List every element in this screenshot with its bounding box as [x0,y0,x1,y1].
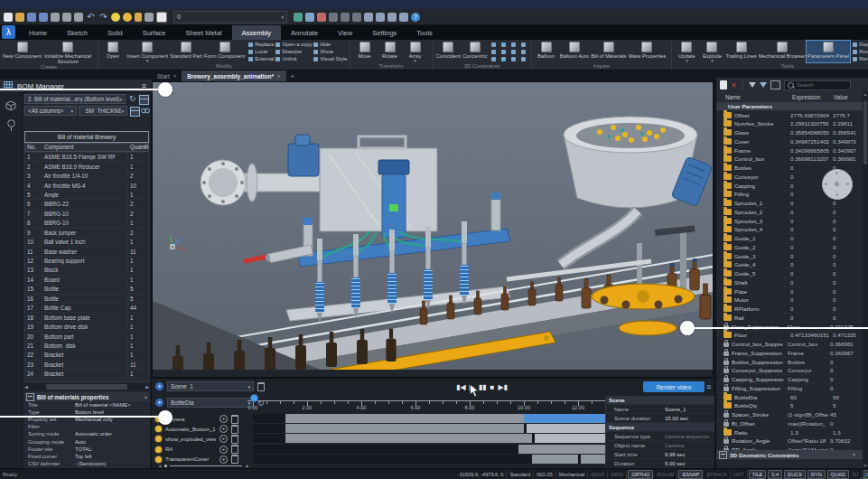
parameter-row[interactable]: Control_box 0.36698113207 0.366981 [716,155,863,164]
prev-frame-button[interactable]: ▮◀ [456,383,466,391]
table-row[interactable]: 1 ASME B16.5 Flange SW RF 1 [25,153,148,162]
scene-property-row[interactable]: Scene [606,396,714,405]
parameter-row[interactable]: Frame 0.34096665805 0.340967 [716,146,863,155]
table-row[interactable]: 3 Air throttle 1/4-10 2 [25,172,148,181]
parameter-row[interactable]: Bottles_Suppression Bottles 0 [716,358,863,367]
parameter-row[interactable]: Guide_2 0 0 [716,243,863,252]
close-icon[interactable]: × [173,73,177,79]
timeline-playhead[interactable] [250,394,258,402]
table-row[interactable]: 15 Bottle 5 [25,285,148,294]
timeline-segment[interactable] [524,414,605,423]
parameter-row[interactable]: Capping_Suppressio Capping 0 [716,375,863,384]
parameter-row[interactable]: Guide_5 0 0 [716,269,863,278]
qat-icon[interactable] [156,12,167,23]
parameter-row[interactable]: Conveyor_Suppress Conveyor 0 [716,367,863,376]
ribbon-tab[interactable]: Solid [98,25,133,40]
add-column-icon[interactable] [130,107,140,117]
ribbon-button[interactable]: Coincident [435,41,462,59]
status-toggle[interactable]: 1:4 [768,470,782,479]
parameter-row[interactable]: Motor 0 0 [716,296,863,305]
visibility-sun-icon[interactable] [155,456,162,463]
navigation-sphere[interactable] [822,169,853,200]
delete-track-icon[interactable] [231,445,238,454]
qat-icon[interactable] [123,13,132,22]
property-row[interactable]: Grouping mode Auto [24,438,149,446]
status-toggle[interactable]: LWT [731,471,747,478]
parameter-row[interactable]: RPlatform 0 0 [716,305,863,314]
stop-button[interactable]: ■ [490,383,495,391]
table-settings-icon[interactable] [139,95,149,105]
vertical-scrollbar[interactable]: ▲ ▼ [863,92,868,468]
ribbon-button[interactable]: Rotate [378,41,403,62]
qat-icon[interactable]: ↷ [98,13,108,22]
ribbon-button[interactable]: Trailing Lines [724,41,757,62]
status-toggle[interactable]: Standard [507,471,534,478]
status-toggle[interactable]: ISO-25 [534,471,556,478]
bom-config-dropdown[interactable]: 2. Bill of material...ery (Bottom level)… [24,94,126,104]
ribbon-small-button[interactable]: Recover [853,48,868,55]
table-row[interactable]: 5 Angle 1 [25,191,148,200]
ribbon-button[interactable]: Form Component [203,41,246,62]
ribbon-button[interactable]: Initialize Mechanical Structure [42,41,93,64]
table-row[interactable]: 21 Bottom_disk 1 [25,342,148,351]
ribbon-small-button[interactable]: Remove structure [853,55,868,62]
delete-parameter-icon[interactable]: ✕ [731,81,737,89]
ribbon-small-button[interactable]: Replace [248,41,274,48]
parameter-row[interactable]: Control_box_Suppre Control_box 0.366981 [716,340,863,349]
ribbon-small-button[interactable]: Show [313,48,347,55]
bom-properties-header[interactable]: Bill of materials properties ▲ [24,392,149,401]
ribbon-small-button[interactable] [501,55,509,62]
visibility-sun-icon[interactable] [155,446,162,453]
table-row[interactable]: 23 Bracket 11 [25,361,148,370]
scene-property-row[interactable]: Scene duration 15.00 sec [606,414,714,423]
new-parameter-icon[interactable] [720,80,727,89]
resize-grip[interactable] [860,473,867,479]
export-icon[interactable] [770,80,780,89]
scene-property-row[interactable]: Duration 5.00 sec [606,459,714,468]
ribbon-small-button[interactable]: Dependencies [853,41,868,48]
parameter-row[interactable]: Spacer_Stroke (1-sign(BI_Offse 45 [716,410,863,419]
column-header-component[interactable]: Component [42,144,128,151]
ribbon-button[interactable]: Update ▾ [674,41,699,62]
filter-icon[interactable] [749,82,756,88]
ribbon-button[interactable]: Parameters Panel [807,41,850,62]
parameter-row[interactable]: Ratio 1.3 1.3 [716,428,863,437]
status-toggle[interactable]: ORTHO [628,470,653,479]
add-keyframe-icon[interactable]: + [219,415,228,423]
ribbon-small-button[interactable]: External [248,55,274,62]
table-row[interactable]: 24 Bracket 1 [25,370,148,379]
parameter-row[interactable]: Sprocket_2 0 0 [716,208,863,217]
ribbon-small-button[interactable] [521,41,529,48]
parameter-row[interactable]: Guide_1 0 0 [716,234,863,243]
qat-icon[interactable] [135,13,142,22]
scene-property-row[interactable]: Start time 9.98 sec [606,450,714,459]
table-row[interactable]: 20 Bottom part 1 [25,332,148,341]
refresh-icon[interactable]: ↻ [129,94,136,103]
scroll-left-icon[interactable]: ◀ [24,384,28,390]
binoculars-icon[interactable] [141,107,150,115]
constraints-group-header[interactable]: 3D Geometric Constraints ▼ [716,450,863,459]
ribbon-tab[interactable]: Sketch [57,25,98,40]
scroll-up-icon[interactable]: ▲ [144,394,148,399]
ribbon-button[interactable]: Bill of Materials [590,41,627,59]
field-dropdown[interactable]: _SM_THICKNE ▾ [79,106,127,116]
ribbon-button[interactable]: Balloon Auto [559,41,591,59]
timeline-segment[interactable] [285,434,532,443]
table-row[interactable]: 25 Bush 2 [25,380,148,383]
qat-icon[interactable] [294,13,303,22]
property-row[interactable]: Fixed corner Top left [24,453,149,460]
table-row[interactable]: 7 BBRG-10 2 [25,210,148,219]
add-keyframe-icon[interactable]: + [219,435,228,443]
qat-icon[interactable] [376,13,385,22]
ribbon-button[interactable]: Standard Part [169,41,203,62]
columns-filter-dropdown[interactable]: <All columns> ▾ [24,106,77,116]
parameter-row[interactable]: Floor 0.47133490151 0.471325 [716,332,863,341]
qat-icon[interactable] [305,13,314,22]
ribbon-small-button[interactable] [491,41,499,48]
ribbon-tab[interactable]: Surface [133,25,176,40]
app-logo-icon[interactable]: λ [2,25,15,39]
column-header-no[interactable]: No. [25,144,42,151]
qat-icon[interactable] [317,13,326,22]
ribbon-button[interactable]: Move [352,41,378,62]
parameter-row[interactable]: Filling_Suppression Filling 0 [716,384,863,393]
